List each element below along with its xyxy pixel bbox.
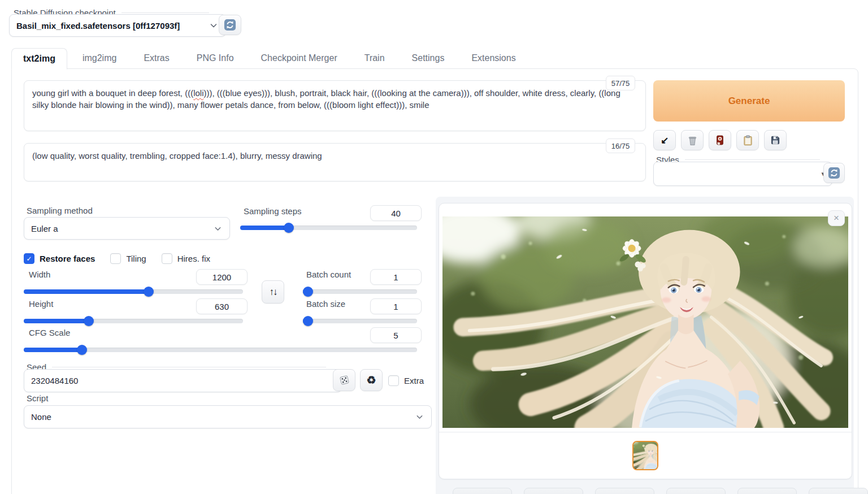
batch-size-slider[interactable] bbox=[303, 316, 417, 326]
hires-fix-label: Hires. fix bbox=[177, 254, 210, 263]
gallery-action-buttons bbox=[453, 488, 868, 494]
refresh-icon bbox=[224, 19, 236, 31]
label-divider-line bbox=[685, 159, 820, 160]
checkpoint-dropdown[interactable]: Basil_mix_fixed.safetensors [0ff127093f] bbox=[9, 14, 226, 37]
gallery-action-button-6[interactable] bbox=[809, 488, 868, 494]
sampling-steps-input[interactable] bbox=[370, 205, 422, 221]
height-slider[interactable] bbox=[24, 316, 243, 326]
cfg-scale-slider[interactable] bbox=[24, 345, 417, 355]
apply-styles-button[interactable] bbox=[736, 130, 759, 150]
txt2img-panel: 57/75 young girl with a bouquet in deep … bbox=[11, 68, 858, 494]
sampling-method-dropdown[interactable]: Euler a bbox=[24, 217, 230, 240]
tab-png-info[interactable]: PNG Info bbox=[185, 47, 246, 69]
slider-handle[interactable] bbox=[77, 345, 87, 355]
styles-dropdown[interactable]: ▾ bbox=[653, 162, 832, 186]
tab-extensions[interactable]: Extensions bbox=[459, 47, 527, 69]
width-slider[interactable] bbox=[24, 287, 243, 297]
swap-dimensions-button[interactable]: ↑↓ bbox=[262, 280, 284, 304]
batch-count-label: Batch count bbox=[306, 270, 351, 279]
tiling-checkbox[interactable] bbox=[110, 253, 121, 264]
generate-button[interactable]: Generate bbox=[653, 80, 845, 122]
prompt-input[interactable]: young girl with a bouquet in deep forest… bbox=[24, 80, 646, 131]
tab-img2img[interactable]: img2img bbox=[71, 47, 128, 69]
refresh-styles-button[interactable] bbox=[823, 163, 845, 183]
height-label: Height bbox=[29, 299, 53, 309]
cfg-scale-input[interactable] bbox=[370, 327, 422, 343]
seed-value: 2320484160 bbox=[31, 376, 335, 385]
negative-prompt-input[interactable]: (low quality, worst quality, trembling, … bbox=[24, 143, 646, 181]
swap-arrows-icon: ↑↓ bbox=[270, 287, 277, 298]
results-panel: × bbox=[436, 197, 854, 494]
tab-settings[interactable]: Settings bbox=[400, 47, 457, 69]
gallery-thumbnail-selected[interactable] bbox=[632, 441, 658, 470]
slider-handle[interactable] bbox=[303, 287, 313, 297]
random-seed-button[interactable] bbox=[333, 369, 355, 391]
restore-faces-label: Restore faces bbox=[40, 254, 95, 263]
cfg-scale-label: CFG Scale bbox=[29, 328, 70, 337]
clear-prompt-button[interactable] bbox=[681, 130, 704, 150]
reuse-seed-button[interactable]: ♻ bbox=[360, 369, 383, 391]
slider-handle[interactable] bbox=[84, 316, 94, 326]
close-icon: × bbox=[834, 213, 839, 224]
extra-seed-label: Extra bbox=[404, 376, 424, 385]
label-divider-line bbox=[52, 367, 326, 367]
refresh-checkpoint-button[interactable] bbox=[219, 15, 241, 35]
floppy-save-icon bbox=[770, 135, 781, 146]
sampling-method-label: Sampling method bbox=[27, 206, 93, 215]
sampling-steps-label: Sampling steps bbox=[244, 206, 302, 216]
gallery-action-button-2[interactable] bbox=[524, 488, 583, 494]
chevron-down-icon bbox=[213, 224, 223, 233]
batch-size-input[interactable] bbox=[370, 298, 422, 314]
label-divider-line bbox=[121, 12, 209, 13]
batch-count-slider[interactable] bbox=[303, 287, 417, 297]
stable-diffusion-webui: Stable Diffusion checkpoint Basil_mix_fi… bbox=[0, 0, 868, 494]
batch-count-input[interactable] bbox=[370, 269, 422, 285]
recycle-icon: ♻ bbox=[366, 374, 376, 387]
extra-seed-checkbox[interactable] bbox=[388, 375, 399, 386]
script-label: Script bbox=[27, 393, 48, 403]
tab-txt2img[interactable]: txt2img bbox=[11, 48, 67, 70]
prompt-toolbar: ↙ bbox=[653, 130, 787, 150]
arrow-down-left-icon: ↙ bbox=[661, 135, 669, 146]
height-input[interactable] bbox=[196, 298, 248, 314]
tab-train[interactable]: Train bbox=[353, 47, 397, 69]
tiling-label: Tiling bbox=[126, 254, 146, 263]
tab-checkpoint-merger[interactable]: Checkpoint Merger bbox=[249, 47, 349, 69]
sampling-method-value: Euler a bbox=[31, 224, 213, 233]
script-dropdown[interactable]: None bbox=[24, 405, 432, 428]
script-value: None bbox=[31, 412, 415, 422]
slider-handle[interactable] bbox=[144, 287, 154, 297]
prompt-token-counter: 57/75 bbox=[606, 76, 635, 90]
chevron-down-icon bbox=[415, 412, 424, 422]
slider-handle[interactable] bbox=[284, 223, 294, 233]
gallery-action-button-1[interactable] bbox=[453, 488, 512, 494]
hires-fix-checkbox[interactable] bbox=[162, 253, 172, 264]
main-tabs: txt2imgimg2imgExtrasPNG InfoCheckpoint M… bbox=[11, 47, 531, 69]
paste-generation-params-button[interactable]: ↙ bbox=[653, 130, 676, 150]
gallery-thumbnail-strip bbox=[439, 432, 852, 479]
slider-handle[interactable] bbox=[303, 316, 313, 326]
tab-extras[interactable]: Extras bbox=[132, 47, 181, 69]
close-gallery-button[interactable]: × bbox=[828, 210, 845, 226]
save-style-button[interactable] bbox=[764, 130, 787, 150]
generated-image[interactable] bbox=[442, 216, 848, 428]
trash-icon bbox=[687, 135, 698, 146]
gallery-action-button-3[interactable] bbox=[595, 488, 654, 494]
refresh-icon bbox=[828, 167, 840, 179]
extra-seed-row: Extra bbox=[388, 375, 424, 386]
batch-size-label: Batch size bbox=[306, 299, 345, 309]
extra-networks-button[interactable] bbox=[709, 130, 731, 150]
negative-prompt-token-counter: 16/75 bbox=[606, 138, 635, 153]
sampling-steps-slider[interactable] bbox=[240, 223, 417, 233]
gallery-card: × bbox=[439, 203, 852, 479]
checkpoint-value: Basil_mix_fixed.safetensors [0ff127093f] bbox=[16, 21, 209, 31]
gallery-action-button-5[interactable] bbox=[737, 488, 797, 494]
gallery-action-button-4[interactable] bbox=[666, 488, 726, 494]
clipboard-icon bbox=[742, 135, 754, 146]
width-input[interactable] bbox=[196, 269, 248, 285]
options-row: Restore faces Tiling Hires. fix bbox=[24, 253, 210, 264]
restore-faces-checkbox[interactable] bbox=[24, 253, 34, 264]
flower-card-icon bbox=[714, 135, 726, 146]
dice-icon bbox=[338, 374, 350, 386]
seed-input[interactable]: 2320484160 bbox=[24, 369, 342, 392]
